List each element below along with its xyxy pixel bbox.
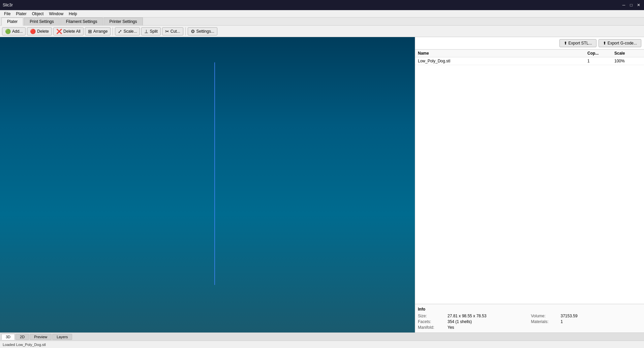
arrange-icon: ⊞	[88, 29, 92, 34]
object-list: Name Cop... Scale Low_Poly_Dog.stl 1 100…	[415, 50, 644, 177]
settings-icon: ⚙	[191, 29, 195, 34]
view-tabs: 3D 2D Preview Layers	[0, 332, 644, 341]
arrange-button[interactable]: ⊞ Arrange	[85, 27, 111, 35]
manifold-value: Yes	[448, 325, 528, 330]
size-label: Size:	[418, 314, 445, 318]
cut-icon: ✂	[165, 29, 169, 34]
info-title: Info	[418, 307, 641, 312]
col-name-header: Name	[418, 51, 587, 56]
col-copies-header: Cop...	[587, 51, 614, 56]
minimize-button[interactable]: ─	[621, 2, 626, 8]
split-button[interactable]: ⊥ Split	[141, 27, 160, 35]
right-panel-toolbar: ⬆ Export STL... ⬆ Export G-code...	[415, 37, 644, 50]
delete-icon: 🔴	[30, 29, 36, 34]
center-line	[214, 62, 215, 285]
toolbar-separator-2	[185, 27, 186, 35]
statusbar: Loaded Low_Poly_Dog.stl	[0, 341, 644, 348]
split-icon: ⊥	[144, 29, 148, 34]
tabbar: Plater Print Settings Filament Settings …	[0, 18, 644, 26]
scale-icon: ⤢	[118, 29, 122, 34]
status-text: Loaded Low_Poly_Dog.stl	[3, 343, 46, 347]
menu-help[interactable]: Help	[66, 11, 80, 17]
col-scale-header: Scale	[614, 51, 641, 56]
window-controls: ─ □ ✕	[621, 2, 641, 8]
close-button[interactable]: ✕	[636, 2, 641, 8]
delete-button[interactable]: 🔴 Delete	[27, 27, 52, 35]
object-row[interactable]: Low_Poly_Dog.stl 1 100%	[415, 57, 644, 65]
toolbar: 🟢 Add... 🔴 Delete ❌ Delete All ⊞ Arrange…	[0, 26, 644, 37]
scale-button[interactable]: ⤢ Scale...	[115, 27, 140, 35]
view-tab-preview[interactable]: Preview	[30, 334, 52, 340]
viewport-3d[interactable]	[0, 37, 415, 332]
tab-printer-settings[interactable]: Printer Settings	[103, 18, 143, 25]
panel-spacer	[415, 177, 644, 304]
app-title: Slic3r	[3, 3, 13, 7]
info-panel: Info Size: 27.81 x 98.55 x 78.53 Volume:…	[415, 304, 644, 332]
tab-plater[interactable]: Plater	[1, 18, 23, 26]
add-button[interactable]: 🟢 Add...	[2, 27, 26, 35]
add-icon: 🟢	[5, 29, 11, 34]
menu-window[interactable]: Window	[46, 11, 66, 17]
titlebar: Slic3r ─ □ ✕	[0, 0, 644, 10]
object-list-header: Name Cop... Scale	[415, 50, 644, 57]
menubar: File Plater Object Window Help	[0, 10, 644, 18]
view-tab-2d[interactable]: 2D	[16, 334, 29, 340]
info-grid: Size: 27.81 x 98.55 x 78.53 Volume: 3715…	[418, 314, 641, 330]
menu-object[interactable]: Object	[29, 11, 47, 17]
tab-filament-settings[interactable]: Filament Settings	[60, 18, 103, 25]
size-value: 27.81 x 98.55 x 78.53	[448, 314, 528, 318]
facets-label: Facets:	[418, 319, 445, 324]
tab-print-settings[interactable]: Print Settings	[24, 18, 59, 25]
settings-button[interactable]: ⚙ Settings...	[188, 27, 217, 35]
volume-label: Volume:	[531, 314, 558, 318]
viewport-scene	[0, 37, 101, 88]
manifold-label: Manifold:	[418, 325, 445, 330]
view-tab-layers[interactable]: Layers	[52, 334, 72, 340]
export-stl-button[interactable]: ⬆ Export STL...	[559, 39, 596, 47]
menu-file[interactable]: File	[1, 11, 13, 17]
export-stl-icon: ⬆	[564, 41, 567, 46]
toolbar-separator	[113, 27, 113, 35]
view-tab-3d[interactable]: 3D	[1, 334, 15, 340]
maximize-button[interactable]: □	[628, 2, 634, 8]
materials-value: 1	[561, 319, 642, 324]
object-name: Low_Poly_Dog.stl	[418, 59, 587, 63]
object-scale: 100%	[614, 59, 641, 63]
facets-value: 354 (1 shells)	[448, 319, 528, 324]
right-panel: ⬆ Export STL... ⬆ Export G-code... Name …	[415, 37, 644, 332]
object-copies: 1	[587, 59, 614, 63]
cut-button[interactable]: ✂ Cut...	[162, 27, 183, 35]
materials-label: Materials:	[531, 319, 558, 324]
menu-plater[interactable]: Plater	[13, 11, 29, 17]
volume-value: 37153.59	[561, 314, 642, 318]
delete-all-icon: ❌	[56, 29, 62, 34]
delete-all-button[interactable]: ❌ Delete All	[53, 27, 84, 35]
export-gcode-icon: ⬆	[603, 41, 606, 46]
export-gcode-button[interactable]: ⬆ Export G-code...	[599, 39, 641, 47]
